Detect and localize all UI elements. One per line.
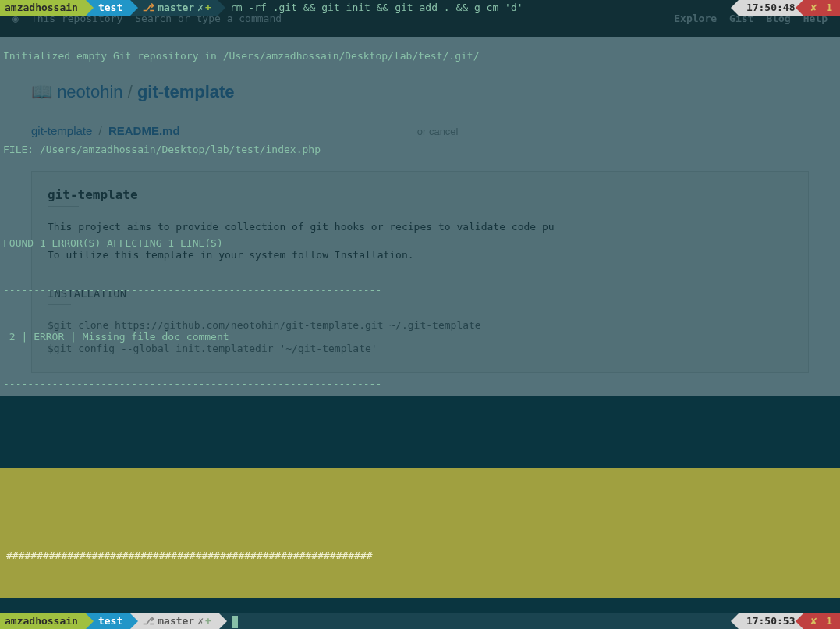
branch-name: master — [158, 0, 194, 16]
output-line: 2 | ERROR | Missing file doc comment — [3, 329, 837, 345]
branch-name: master — [158, 613, 194, 629]
output-line: ----------------------------------------… — [3, 283, 837, 298]
status-time: 17:50:48 — [739, 0, 803, 16]
error-count: 1 — [826, 615, 832, 627]
output-line — [3, 423, 837, 439]
status-time: 17:50:53 — [739, 613, 803, 629]
status-branch: ⎇ master ✗ + — [130, 0, 218, 16]
output-line: FILE: /Users/amzadhossain/Desktop/lab/te… — [3, 142, 837, 158]
output-line: Initialized empty Git repository in /Use… — [3, 48, 837, 64]
output-line — [3, 95, 837, 111]
status-user: amzadhossain — [0, 613, 86, 629]
status-branch: ⎇ master ✗ + — [130, 613, 219, 629]
command-text: rm -rf .git && git init && git add . && … — [218, 0, 523, 16]
git-branch-icon: ⎇ — [143, 613, 154, 629]
error-count: 1 — [826, 2, 832, 13]
branch-plus-icon: + — [205, 0, 211, 16]
error-icon: ✘ — [811, 615, 817, 627]
status-error: ✘ 1 — [803, 613, 840, 629]
status-bar-bottom: amzadhossain test ⎇ master ✗ + 17:50:53 … — [0, 613, 840, 629]
branch-dirty-icon: ✗ — [197, 0, 204, 16]
hash-line: ########################################… — [6, 548, 834, 563]
status-error: ✘ 1 — [803, 0, 840, 16]
branch-dirty-icon: ✗ — [197, 613, 204, 629]
status-bar-top: amzadhossain test ⎇ master ✗ + rm -rf .g… — [0, 0, 840, 16]
warning-block: ########################################… — [0, 468, 840, 598]
output-line: FOUND 1 ERROR(S) AFFECTING 1 LINE(S) — [3, 236, 837, 251]
git-branch-icon: ⎇ — [143, 0, 154, 16]
terminal-output[interactable]: Initialized empty Git repository in /Use… — [0, 16, 840, 613]
output-line: ----------------------------------------… — [3, 376, 837, 392]
branch-plus-icon: + — [205, 613, 211, 629]
error-icon: ✘ — [811, 2, 817, 13]
status-user: amzadhossain — [0, 0, 86, 16]
output-line: ----------------------------------------… — [3, 189, 837, 204]
